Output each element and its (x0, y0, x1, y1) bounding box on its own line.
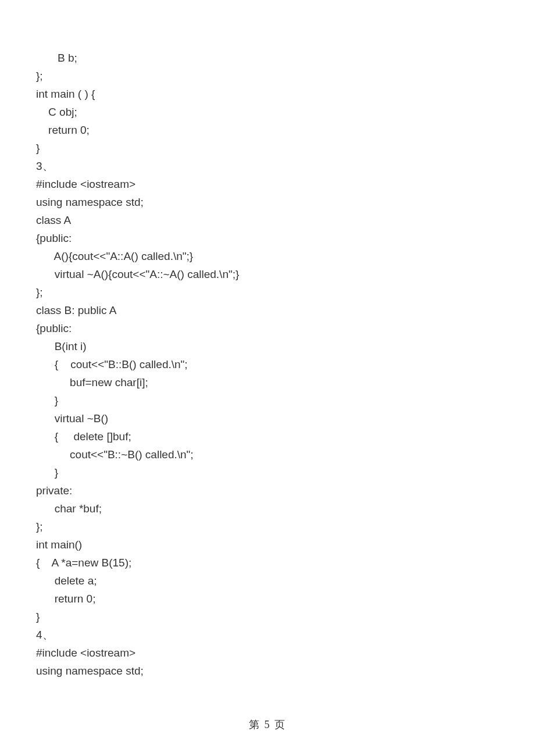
code-line: #include <iostream> (36, 644, 499, 662)
code-line: virtual ~A(){cout<<"A::~A() called.\n";} (36, 265, 499, 283)
code-line: return 0; (36, 590, 499, 608)
code-line: {public: (36, 229, 499, 247)
page-footer: 第 5 页 (0, 718, 535, 732)
code-line: } (36, 608, 499, 626)
code-line: } (36, 139, 499, 157)
code-line: B(int i) (36, 337, 499, 355)
code-line: { A *a=new B(15); (36, 554, 499, 572)
code-line: { cout<<"B::B() called.\n"; (36, 355, 499, 373)
code-line: }; (36, 67, 499, 85)
code-line: using namespace std; (36, 662, 499, 680)
code-line: int main ( ) { (36, 85, 499, 103)
code-line: class B: public A (36, 301, 499, 319)
code-line: 3、 (36, 157, 499, 175)
code-line: } (36, 463, 499, 482)
code-line: A(){cout<<"A::A() called.\n";} (36, 247, 499, 265)
code-line: char *buf; (36, 500, 499, 518)
code-line: {public: (36, 319, 499, 337)
code-line: { delete []buf; (36, 427, 499, 445)
code-line: return 0; (36, 121, 499, 139)
code-line: int main() (36, 536, 499, 554)
document-content: B b; }; int main ( ) { C obj; return 0; … (0, 0, 535, 680)
code-line: class A (36, 211, 499, 229)
code-line: }; (36, 283, 499, 301)
code-line: #include <iostream> (36, 175, 499, 193)
code-line: private: (36, 482, 499, 500)
code-line: C obj; (36, 103, 499, 121)
code-line: buf=new char[i]; (36, 373, 499, 391)
code-line: }; (36, 518, 499, 536)
code-line: B b; (36, 49, 499, 67)
code-line: virtual ~B() (36, 409, 499, 427)
code-line: 4、 (36, 626, 499, 644)
code-line: delete a; (36, 572, 499, 590)
code-line: using namespace std; (36, 193, 499, 211)
code-line: } (36, 391, 499, 409)
code-line: cout<<"B::~B() called.\n"; (36, 445, 499, 463)
